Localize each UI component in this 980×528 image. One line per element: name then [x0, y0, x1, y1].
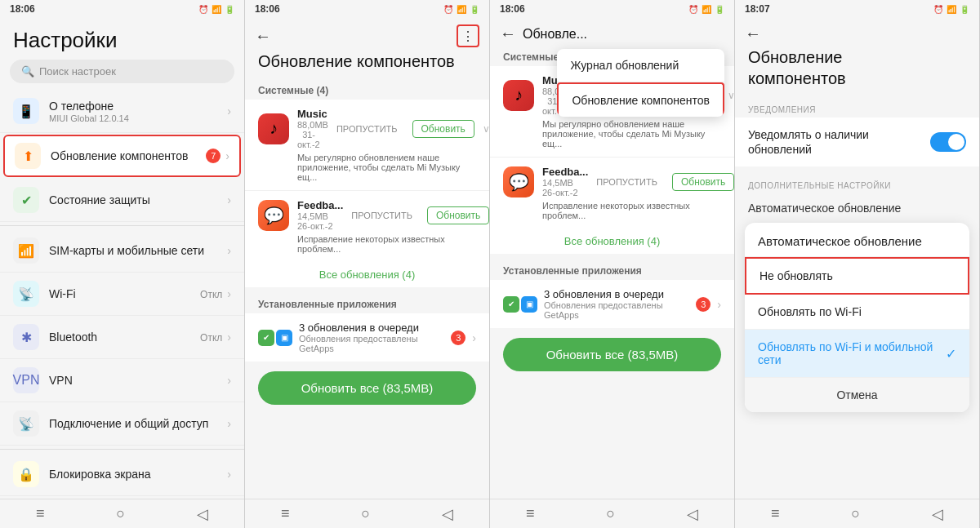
music-desc-3: Мы регулярно обновлением наше приложение… [503, 119, 721, 149]
feedback-info: Feedba... 14,5MB 26-окт.-2 [297, 199, 343, 231]
protection-icon: ✔ [13, 187, 39, 213]
panel-updates-dropdown: 18:06 ⏰ 📶 🔋 ← Обновле... Журнал обновлен… [490, 0, 735, 528]
status-bar-4: 18:07 ⏰ 📶 🔋 [735, 0, 979, 18]
modal-option-no-update[interactable]: Не обновлять [745, 257, 969, 295]
modal-cancel-btn[interactable]: Отмена [745, 378, 969, 412]
updates-label: Обновление компонентов [51, 149, 206, 162]
updates-icon: ⬆ [15, 143, 41, 169]
signal-icon-1: 📶 [212, 5, 221, 14]
search-bar[interactable]: 🔍 Поиск настроек [10, 60, 234, 83]
music-skip[interactable]: ПРОПУСТИТЬ [336, 124, 398, 134]
installed-sub-2: Обновления предоставлены GetApps [299, 334, 444, 353]
connection-label: Подключение и общий доступ [49, 417, 227, 430]
bluetooth-text: Bluetooth [49, 331, 200, 344]
back-btn-3[interactable]: ← [500, 24, 516, 43]
status-icons-4: ⏰ 📶 🔋 [933, 5, 969, 14]
music-app-icon-3: ♪ [503, 80, 534, 111]
nav-menu-1[interactable]: ≡ [36, 505, 45, 522]
settings-item-wifi[interactable]: 📡 Wi-Fi Откл › [0, 273, 244, 316]
app-item-feedback-3: 💬 Feedba... 14,5MB 26-окт.-2 ПРОПУСТИТЬ … [490, 158, 734, 229]
installed-label-3: Установленные приложения [490, 260, 734, 280]
lock-arrow: › [227, 468, 231, 481]
connection-icon: 📡 [13, 410, 39, 437]
back-btn-2[interactable]: ← [255, 27, 271, 46]
about-icon: 📱 [13, 98, 39, 124]
time-2: 18:06 [255, 3, 280, 15]
nav-menu-3[interactable]: ≡ [526, 505, 535, 522]
mini-icon-check: ✔ [258, 330, 274, 346]
installed-info-2: 3 обновления в очереди Обновления предос… [299, 322, 444, 353]
settings-item-lock[interactable]: 🔒 Блокировка экрана › [0, 453, 244, 496]
protection-label: Состояние защиты [49, 193, 227, 206]
app-item-feedback: 💬 Feedba... 14,5MB 26-окт.-2 ПРОПУСТИТЬ … [245, 191, 489, 262]
bluetooth-status: Откл [200, 332, 222, 344]
music-expand[interactable]: ∨ [483, 123, 489, 135]
dropdown-item-log[interactable]: Журнал обновлений [557, 49, 724, 82]
wifi-icon: 📡 [13, 281, 39, 307]
protection-text: Состояние защиты [49, 193, 227, 206]
protection-arrow: › [227, 193, 231, 206]
feedback-update-btn-3[interactable]: Обновить [672, 173, 734, 191]
modal-option-wifi-mobile[interactable]: Обновлять по Wi-Fi и мобильной сети ✓ [745, 330, 969, 378]
sim-arrow: › [227, 244, 231, 257]
nav-home-4[interactable]: ○ [851, 505, 860, 522]
panel-notif-settings: 18:07 ⏰ 📶 🔋 ← Обновление компонентов УВЕ… [735, 0, 980, 528]
update-all-btn-3[interactable]: Обновить все (83,5MB) [503, 338, 721, 371]
nav-home-2[interactable]: ○ [361, 505, 370, 522]
nav-bar-1: ≡ ○ ◁ [0, 499, 244, 528]
back-btn-4[interactable]: ← [745, 24, 761, 43]
notif-panel-title: Обновление компонентов [735, 47, 979, 97]
nav-back-1[interactable]: ◁ [197, 505, 208, 523]
divider-2 [0, 449, 244, 450]
notif-label-text: Уведомлять о наличии обновлений [748, 127, 911, 157]
installed-item-3[interactable]: ✔ ▣ 3 обновления в очереди Обновления пр… [490, 280, 734, 328]
feedback-update-btn[interactable]: Обновить [427, 206, 489, 224]
bluetooth-icon: ✱ [13, 324, 39, 350]
lock-label: Блокировка экрана [49, 468, 227, 481]
panel-title-3: Обновле... [516, 27, 724, 42]
about-text: О телефоне MIUI Global 12.0.14 [49, 100, 227, 123]
nav-bar-3: ≡ ○ ◁ [490, 499, 734, 528]
music-expand-3[interactable]: ∨ [728, 90, 734, 101]
nav-home-1[interactable]: ○ [116, 505, 125, 522]
installed-item-2[interactable]: ✔ ▣ 3 обновления в очереди Обновления пр… [245, 313, 489, 362]
nav-home-3[interactable]: ○ [606, 505, 615, 522]
feedback-skip-3[interactable]: ПРОПУСТИТЬ [596, 177, 657, 187]
update-all-btn-2[interactable]: Обновить все (83,5MB) [258, 371, 476, 405]
settings-item-updates[interactable]: ⬆ Обновление компонентов 7 › [3, 135, 241, 177]
all-updates-link-3[interactable]: Все обновления (4) [490, 229, 734, 254]
search-placeholder: Поиск настроек [39, 65, 116, 78]
nav-bar-4: ≡ ○ ◁ [735, 499, 979, 528]
notif-toggle[interactable] [930, 132, 966, 152]
settings-item-sim[interactable]: 📶 SIM-карты и мобильные сети › [0, 229, 244, 273]
status-bar-1: 18:06 ⏰ 📶 🔋 [0, 0, 244, 18]
settings-item-vpn[interactable]: VPN VPN › [0, 359, 244, 402]
notif-header: ← [735, 18, 979, 47]
settings-item-bluetooth[interactable]: ✱ Bluetooth Откл › [0, 316, 244, 359]
feedback-desc-3: Исправление некоторых известных проблем.… [503, 201, 721, 220]
settings-item-connection[interactable]: 📡 Подключение и общий доступ › [0, 402, 244, 446]
music-update-btn[interactable]: Обновить [412, 120, 474, 138]
all-updates-link-2[interactable]: Все обновления (4) [245, 262, 489, 287]
installed-info-3: 3 обновления в очереди Обновления предос… [544, 288, 689, 320]
status-icons-3: ⏰ 📶 🔋 [688, 5, 724, 14]
nav-menu-4[interactable]: ≡ [771, 505, 780, 522]
nav-back-4[interactable]: ◁ [932, 505, 943, 523]
sim-label: SIM-карты и мобильные сети [49, 244, 227, 257]
more-btn-2[interactable]: ⋮ [457, 24, 479, 47]
bluetooth-arrow: › [227, 331, 231, 344]
updates-badge: 7 [206, 149, 220, 163]
feedback-info-3: Feedba... 14,5MB 26-окт.-2 [542, 166, 588, 197]
settings-item-about[interactable]: 📱 О телефоне MIUI Global 12.0.14 › [0, 90, 244, 133]
installed-section-2: Установленные приложения ✔ ▣ 3 обновлени… [245, 294, 489, 362]
installed-chevron-2: › [472, 331, 476, 344]
feedback-skip[interactable]: ПРОПУСТИТЬ [351, 211, 412, 220]
modal-option-wifi[interactable]: Обновлять по Wi-Fi [745, 295, 969, 330]
nav-back-2[interactable]: ◁ [442, 505, 453, 523]
about-arrow: › [227, 104, 231, 118]
nav-menu-2[interactable]: ≡ [281, 505, 290, 522]
settings-item-protection[interactable]: ✔ Состояние защиты › [0, 179, 244, 222]
alarm-icon-2: ⏰ [443, 5, 453, 14]
dropdown-item-components[interactable]: Обновление компонентов [557, 82, 724, 117]
nav-back-3[interactable]: ◁ [687, 505, 698, 523]
